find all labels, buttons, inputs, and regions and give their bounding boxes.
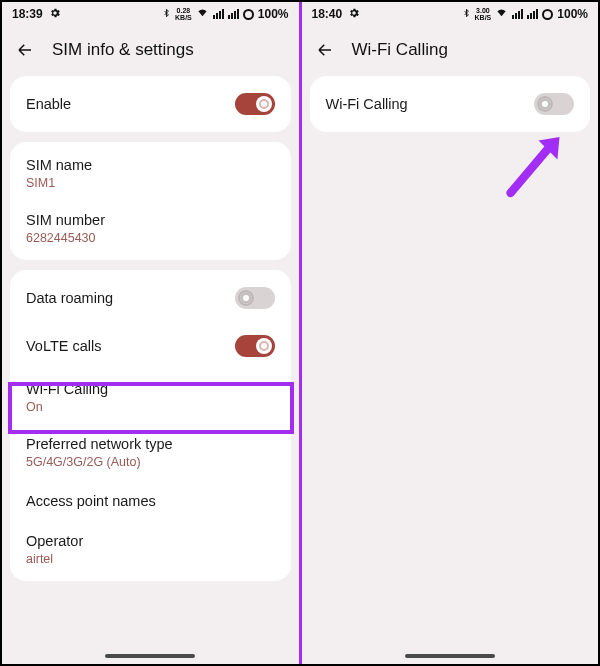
- toggle-data-roaming[interactable]: [235, 287, 275, 309]
- wifi-calling-value: On: [26, 400, 43, 414]
- battery-icon: [243, 9, 254, 20]
- card-network: Data roaming VoLTE calls Wi-Fi Calling O…: [10, 270, 291, 581]
- row-wifi-calling[interactable]: Wi-Fi Calling On: [10, 370, 291, 425]
- status-time: 18:40: [312, 7, 343, 21]
- row-pref-network[interactable]: Preferred network type 5G/4G/3G/2G (Auto…: [10, 425, 291, 480]
- row-wifi-calling[interactable]: Wi-Fi Calling: [310, 80, 591, 128]
- battery-percent: 100%: [258, 7, 289, 21]
- toggle-enable[interactable]: [235, 93, 275, 115]
- back-button[interactable]: [16, 41, 34, 59]
- status-bar: 18:39 0.28KB/S 100%: [2, 2, 299, 26]
- wifi-icon: [196, 7, 209, 21]
- card-sim-info: SIM name SIM1 SIM number 6282445430: [10, 142, 291, 260]
- back-button[interactable]: [316, 41, 334, 59]
- row-sim-number[interactable]: SIM number 6282445430: [10, 201, 291, 256]
- row-volte[interactable]: VoLTE calls: [10, 322, 291, 370]
- screen-sim-settings: 18:39 0.28KB/S 100%: [2, 2, 299, 664]
- sim-number-label: SIM number: [26, 212, 105, 228]
- battery-percent: 100%: [557, 7, 588, 21]
- page-header: Wi-Fi Calling: [302, 26, 599, 76]
- card-enable: Enable: [10, 76, 291, 132]
- apn-label: Access point names: [26, 493, 156, 509]
- enable-label: Enable: [26, 96, 71, 112]
- wifi-calling-label: Wi-Fi Calling: [26, 381, 108, 397]
- row-apn[interactable]: Access point names: [10, 480, 291, 522]
- row-data-roaming[interactable]: Data roaming: [10, 274, 291, 322]
- page-header: SIM info & settings: [2, 26, 299, 76]
- status-bar: 18:40 3.00KB/S 100%: [302, 2, 599, 26]
- speed-indicator: 3.00KB/S: [475, 7, 492, 21]
- sim-name-value: SIM1: [26, 176, 55, 190]
- operator-label: Operator: [26, 533, 83, 549]
- bluetooth-icon: [462, 7, 471, 22]
- operator-value: airtel: [26, 552, 53, 566]
- signal-icon: [512, 9, 523, 19]
- pref-network-label: Preferred network type: [26, 436, 173, 452]
- data-roaming-label: Data roaming: [26, 290, 113, 306]
- page-title: SIM info & settings: [52, 40, 194, 60]
- toggle-volte[interactable]: [235, 335, 275, 357]
- signal-icon-2: [228, 9, 239, 19]
- row-operator[interactable]: Operator airtel: [10, 522, 291, 577]
- sim-name-label: SIM name: [26, 157, 92, 173]
- settings-icon: [49, 7, 61, 22]
- signal-icon-2: [527, 9, 538, 19]
- bluetooth-icon: [162, 7, 171, 22]
- pref-network-value: 5G/4G/3G/2G (Auto): [26, 455, 141, 469]
- screen-wifi-calling: 18:40 3.00KB/S 100%: [302, 2, 599, 664]
- toggle-wifi-calling[interactable]: [534, 93, 574, 115]
- signal-icon: [213, 9, 224, 19]
- battery-icon: [542, 9, 553, 20]
- wifi-icon: [495, 7, 508, 21]
- settings-icon: [348, 7, 360, 22]
- row-sim-name[interactable]: SIM name SIM1: [10, 146, 291, 201]
- row-enable[interactable]: Enable: [10, 80, 291, 128]
- speed-indicator: 0.28KB/S: [175, 7, 192, 21]
- nav-bar[interactable]: [105, 654, 195, 658]
- nav-bar[interactable]: [405, 654, 495, 658]
- status-time: 18:39: [12, 7, 43, 21]
- volte-label: VoLTE calls: [26, 338, 102, 354]
- card-wifi-calling: Wi-Fi Calling: [310, 76, 591, 132]
- sim-number-value: 6282445430: [26, 231, 96, 245]
- page-title: Wi-Fi Calling: [352, 40, 448, 60]
- wifi-calling-label: Wi-Fi Calling: [326, 96, 408, 112]
